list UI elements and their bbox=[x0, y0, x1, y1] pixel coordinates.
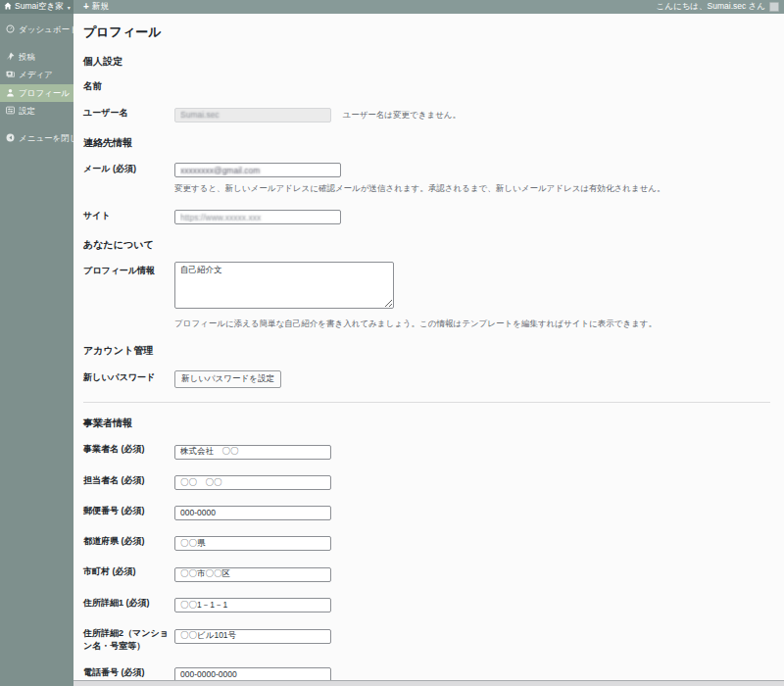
subsection-name: 名前 bbox=[83, 80, 770, 93]
postal-code-row: 郵便番号 (必須) bbox=[83, 502, 770, 520]
password-row: 新しいパスワード 新しいパスワードを設定 bbox=[83, 368, 770, 388]
username-label: ユーザー名 bbox=[83, 107, 174, 120]
admin-bar-site-menu[interactable]: Sumai空き家 ▾ bbox=[0, 0, 74, 14]
settings-icon bbox=[6, 106, 15, 117]
home-icon bbox=[4, 2, 12, 12]
address1-row: 住所詳細1 (必須) bbox=[83, 594, 770, 613]
bio-row: プロフィール情報 自己紹介文 プロフィールに添える簡単な自己紹介を書き入れてみま… bbox=[83, 262, 770, 330]
username-help: ユーザー名は変更できません。 bbox=[342, 110, 461, 120]
greeting-text[interactable]: こんにちは、Sumai.sec さん bbox=[657, 1, 765, 13]
prefecture-row: 都道府県 (必須) bbox=[83, 532, 770, 552]
media-icon bbox=[6, 70, 15, 80]
sidebar-item-settings[interactable]: 設定 bbox=[0, 102, 74, 121]
site-input[interactable] bbox=[174, 210, 341, 224]
address1-input[interactable] bbox=[174, 598, 331, 612]
address2-input[interactable] bbox=[174, 629, 331, 644]
page-title: プロフィール bbox=[83, 24, 770, 41]
admin-bar: Sumai空き家 ▾ + 新規 こんにちは、Sumai.sec さん bbox=[0, 0, 784, 14]
site-name: Sumai空き家 bbox=[15, 1, 64, 13]
section-personal-options: 個人設定 bbox=[83, 55, 770, 69]
email-row: メール (必須) 変更すると、新しいメールアドレスに確認メールが送信されます。承… bbox=[83, 160, 770, 195]
user-icon bbox=[6, 88, 15, 99]
city-row: 市町村 (必須) bbox=[83, 563, 770, 582]
sidebar-separator bbox=[0, 121, 74, 129]
phone-input[interactable] bbox=[174, 667, 331, 680]
password-label: 新しいパスワード bbox=[83, 371, 174, 384]
username-row: ユーザー名 ユーザー名は変更できません。 bbox=[83, 104, 770, 122]
bottom-strip bbox=[74, 680, 784, 686]
contact-person-row: 担当者名 (必須) bbox=[83, 471, 770, 491]
address2-row: 住所詳細2（マンション名・号室等） bbox=[83, 624, 770, 652]
sidebar-item-dashboard[interactable]: ダッシュボード bbox=[0, 21, 74, 39]
dashboard-icon bbox=[6, 24, 15, 35]
city-input[interactable] bbox=[174, 567, 331, 582]
business-name-row: 事業者名 (必須) bbox=[83, 440, 770, 460]
collapse-icon bbox=[6, 133, 15, 144]
section-about-you: あなたについて bbox=[83, 238, 770, 252]
plus-icon: + bbox=[83, 2, 89, 12]
username-input bbox=[174, 108, 331, 122]
admin-sidebar: ダッシュボード 投稿 メディア プロフィール 設定 メニューを閉じる bbox=[0, 14, 74, 686]
email-label: メール (必須) bbox=[83, 160, 174, 175]
sidebar-item-posts[interactable]: 投稿 bbox=[0, 48, 74, 67]
pushpin-icon bbox=[6, 52, 15, 63]
contact-person-input[interactable] bbox=[174, 475, 331, 490]
business-name-input[interactable] bbox=[174, 445, 331, 460]
sidebar-item-media[interactable]: メディア bbox=[0, 66, 74, 84]
site-row: サイト bbox=[83, 207, 770, 225]
profile-page: プロフィール 個人設定 名前 ユーザー名 ユーザー名は変更できません。 連絡先情… bbox=[74, 14, 784, 680]
email-input[interactable] bbox=[174, 163, 341, 177]
section-account-management: アカウント管理 bbox=[83, 344, 770, 358]
section-contact-info: 連絡先情報 bbox=[83, 136, 770, 150]
sidebar-item-profile[interactable]: プロフィール bbox=[0, 84, 74, 103]
bio-label: プロフィール情報 bbox=[83, 262, 174, 277]
bio-textarea[interactable]: 自己紹介文 bbox=[174, 262, 394, 309]
avatar[interactable] bbox=[769, 2, 779, 12]
postal-code-input[interactable] bbox=[174, 506, 331, 520]
email-help: 変更すると、新しいメールアドレスに確認メールが送信されます。承認されるまで、新し… bbox=[174, 182, 770, 195]
phone-row: 電話番号 (必須) bbox=[83, 663, 770, 680]
section-divider bbox=[83, 402, 770, 403]
site-label: サイト bbox=[83, 210, 174, 222]
sidebar-separator bbox=[0, 39, 74, 48]
set-new-password-button[interactable]: 新しいパスワードを設定 bbox=[174, 370, 281, 388]
prefecture-input[interactable] bbox=[174, 536, 331, 551]
section-business-info: 事業者情報 bbox=[83, 416, 770, 430]
admin-bar-new-button[interactable]: + 新規 bbox=[83, 1, 109, 13]
sidebar-item-collapse-menu[interactable]: メニューを閉じる bbox=[0, 129, 74, 148]
new-label: 新規 bbox=[92, 1, 109, 13]
bio-help: プロフィールに添える簡単な自己紹介を書き入れてみましょう。この情報はテンプレート… bbox=[174, 318, 770, 330]
caret-down-icon: ▾ bbox=[68, 4, 71, 11]
